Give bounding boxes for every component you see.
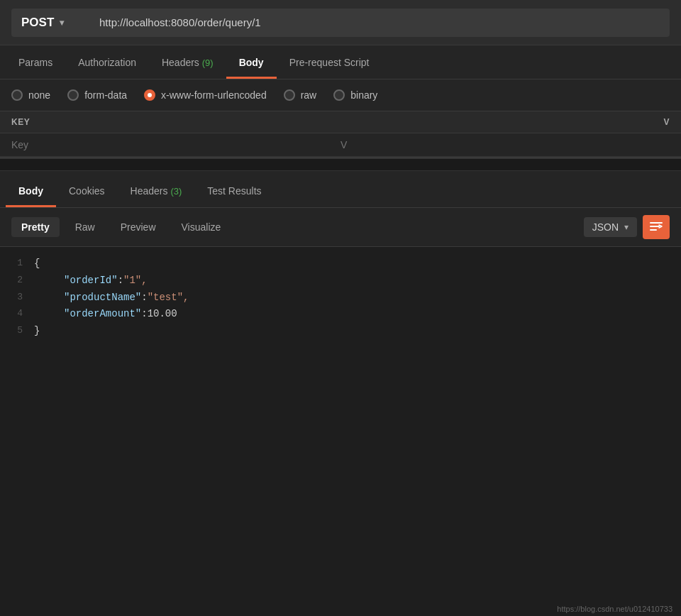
format-selector-label: JSON — [592, 221, 619, 233]
url-input[interactable] — [89, 9, 670, 37]
line-number-4: 4 — [11, 306, 34, 321]
radio-circle-none — [11, 89, 23, 101]
section-divider — [0, 158, 681, 171]
wrap-button[interactable] — [643, 215, 670, 239]
request-tabs: Params Authorization Headers (9) Body Pr… — [0, 45, 681, 79]
kv-table: KEY V — [0, 111, 681, 158]
radio-circle-x-www — [144, 89, 155, 101]
kv-header: KEY V — [0, 111, 681, 133]
json-key-productname: "productName" — [64, 290, 141, 307]
json-line-3: 3 "productName" : "test", — [11, 290, 670, 307]
kv-val-input[interactable] — [340, 139, 670, 150]
radio-binary[interactable]: binary — [333, 89, 377, 101]
response-toolbar: Pretty Raw Preview Visualize JSON ▾ — [0, 208, 681, 247]
format-visualize[interactable]: Visualize — [172, 217, 231, 237]
kv-key-input[interactable] — [11, 139, 340, 150]
format-pretty[interactable]: Pretty — [11, 217, 60, 237]
footer-text: https://blog.csdn.net/u012410733 — [557, 605, 672, 613]
radio-circle-raw — [284, 89, 295, 101]
tab-authorization[interactable]: Authorization — [65, 48, 149, 79]
format-raw[interactable]: Raw — [65, 217, 105, 237]
radio-form-data[interactable]: form-data — [67, 89, 127, 101]
json-key-orderamount: "orderAmount" — [64, 306, 141, 323]
json-line-1: 1 { — [11, 255, 670, 273]
radio-none[interactable]: none — [11, 89, 50, 101]
tab-params[interactable]: Params — [6, 48, 65, 79]
json-line-2: 2 "orderId" : "1", — [11, 273, 670, 290]
json-val-orderamount: 10.00 — [148, 306, 177, 323]
format-preview[interactable]: Preview — [111, 217, 166, 237]
json-val-productname: "test", — [148, 290, 189, 307]
line-number-3: 3 — [11, 290, 34, 305]
kv-row — [0, 133, 681, 157]
json-open-brace: { — [34, 255, 40, 273]
json-colon-4: : — [141, 306, 147, 323]
method-label: POST — [21, 16, 54, 30]
line-number-2: 2 — [11, 273, 34, 288]
response-tab-cookies[interactable]: Cookies — [56, 177, 118, 207]
method-chevron: ▾ — [60, 18, 64, 28]
radio-circle-binary — [333, 89, 345, 101]
radio-circle-form-data — [67, 89, 79, 101]
line-number-5: 5 — [11, 323, 34, 339]
wrap-icon — [649, 219, 663, 236]
json-colon-3: : — [141, 290, 147, 307]
response-tab-body[interactable]: Body — [6, 177, 56, 207]
chevron-down-icon: ▾ — [624, 222, 629, 232]
body-options: none form-data x-www-form-urlencoded raw… — [0, 79, 681, 111]
footer: https://blog.csdn.net/u012410733 — [548, 602, 681, 616]
json-line-4: 4 "orderAmount" : 10.00 — [11, 306, 670, 323]
url-bar: POST ▾ — [0, 0, 681, 45]
response-tab-test-results[interactable]: Test Results — [194, 177, 274, 207]
json-close-brace: } — [34, 323, 40, 340]
kv-col-val: V — [340, 117, 670, 127]
tab-body[interactable]: Body — [226, 48, 277, 79]
response-tab-headers[interactable]: Headers (3) — [118, 177, 195, 207]
json-key-orderid: "orderId" — [64, 273, 118, 290]
format-selector-dropdown[interactable]: JSON ▾ — [584, 217, 637, 237]
json-colon-2: : — [118, 273, 123, 290]
json-val-orderid: "1", — [123, 273, 148, 290]
json-line-5: 5 } — [11, 323, 670, 340]
kv-col-key: KEY — [11, 117, 340, 127]
response-tabs: Body Cookies Headers (3) Test Results — [0, 171, 681, 208]
tab-headers[interactable]: Headers (9) — [149, 48, 226, 79]
line-number-1: 1 — [11, 255, 34, 271]
radio-x-www-form-urlencoded[interactable]: x-www-form-urlencoded — [144, 89, 267, 101]
json-viewer: 1 { 2 "orderId" : "1", 3 "productName" :… — [0, 247, 681, 348]
method-dropdown[interactable]: POST ▾ — [11, 9, 89, 37]
tab-pre-request-script[interactable]: Pre-request Script — [277, 48, 382, 79]
radio-raw[interactable]: raw — [284, 89, 317, 101]
